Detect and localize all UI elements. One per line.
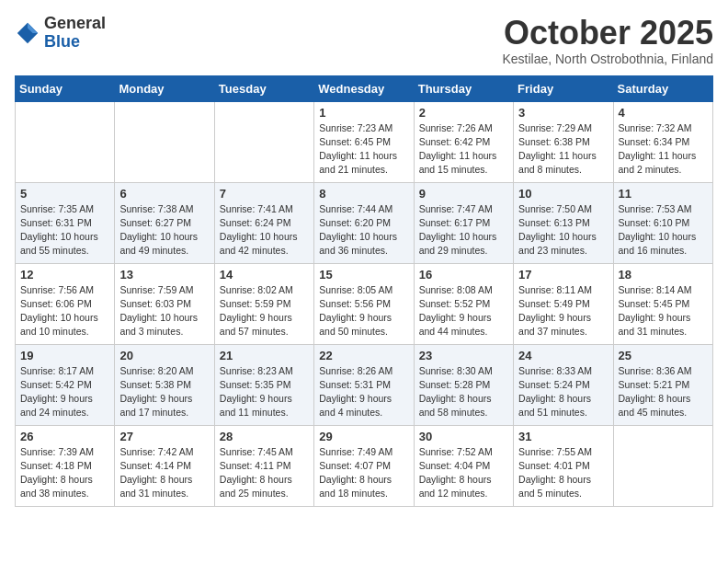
weekday-header: Monday: [115, 75, 214, 101]
calendar-cell: 5Sunrise: 7:35 AM Sunset: 6:31 PM Daylig…: [16, 182, 115, 263]
calendar-cell: 16Sunrise: 8:08 AM Sunset: 5:52 PM Dayli…: [414, 263, 513, 344]
day-number: 6: [119, 187, 209, 201]
day-number: 28: [220, 430, 309, 443]
day-info: Sunrise: 7:55 AM Sunset: 4:01 PM Dayligh…: [518, 445, 608, 501]
calendar-cell: 24Sunrise: 8:33 AM Sunset: 5:24 PM Dayli…: [514, 344, 613, 425]
day-number: 22: [319, 349, 408, 362]
day-number: 16: [419, 268, 508, 282]
title-block: October 2025 Kestilae, North Ostrobothni…: [502, 15, 713, 66]
day-info: Sunrise: 7:41 AM Sunset: 6:24 PM Dayligh…: [220, 202, 309, 259]
logo-general: General: [44, 15, 106, 33]
month-title: October 2025: [502, 15, 713, 52]
day-number: 7: [220, 187, 309, 201]
calendar-week-row: 12Sunrise: 7:56 AM Sunset: 6:06 PM Dayli…: [16, 263, 713, 344]
day-info: Sunrise: 7:53 AM Sunset: 6:10 PM Dayligh…: [619, 202, 708, 259]
calendar-cell: 20Sunrise: 8:20 AM Sunset: 5:38 PM Dayli…: [115, 344, 214, 425]
logo: General Blue: [15, 15, 106, 52]
calendar-cell: 22Sunrise: 8:26 AM Sunset: 5:31 PM Dayli…: [314, 344, 414, 425]
weekday-header: Saturday: [613, 75, 712, 101]
day-info: Sunrise: 7:35 AM Sunset: 6:31 PM Dayligh…: [20, 202, 109, 259]
calendar-cell: 23Sunrise: 8:30 AM Sunset: 5:28 PM Dayli…: [414, 344, 513, 425]
weekday-header: Wednesday: [314, 75, 414, 101]
calendar-cell: 25Sunrise: 8:36 AM Sunset: 5:21 PM Dayli…: [613, 344, 712, 425]
day-number: 3: [518, 106, 608, 120]
day-number: 20: [119, 349, 209, 362]
day-info: Sunrise: 8:17 AM Sunset: 5:42 PM Dayligh…: [20, 364, 109, 420]
calendar-cell: 10Sunrise: 7:50 AM Sunset: 6:13 PM Dayli…: [514, 182, 613, 263]
day-number: 27: [119, 430, 209, 443]
day-info: Sunrise: 7:50 AM Sunset: 6:13 PM Dayligh…: [518, 202, 608, 259]
day-info: Sunrise: 8:02 AM Sunset: 5:59 PM Dayligh…: [220, 283, 309, 339]
day-info: Sunrise: 8:14 AM Sunset: 5:45 PM Dayligh…: [619, 283, 708, 339]
calendar-cell: 4Sunrise: 7:32 AM Sunset: 6:34 PM Daylig…: [613, 101, 712, 182]
day-number: 19: [20, 349, 109, 362]
calendar-cell: 26Sunrise: 7:39 AM Sunset: 4:18 PM Dayli…: [16, 425, 115, 506]
day-number: 31: [518, 430, 608, 443]
day-info: Sunrise: 7:47 AM Sunset: 6:17 PM Dayligh…: [419, 202, 508, 259]
day-number: 29: [319, 430, 408, 443]
calendar-cell: 29Sunrise: 7:49 AM Sunset: 4:07 PM Dayli…: [314, 425, 414, 506]
day-info: Sunrise: 7:26 AM Sunset: 6:42 PM Dayligh…: [419, 121, 508, 178]
day-info: Sunrise: 8:26 AM Sunset: 5:31 PM Dayligh…: [319, 364, 408, 420]
calendar-cell: 27Sunrise: 7:42 AM Sunset: 4:14 PM Dayli…: [115, 425, 214, 506]
day-number: 15: [319, 268, 408, 282]
calendar-cell: 8Sunrise: 7:44 AM Sunset: 6:20 PM Daylig…: [314, 182, 414, 263]
calendar-cell: 11Sunrise: 7:53 AM Sunset: 6:10 PM Dayli…: [613, 182, 712, 263]
calendar-cell: 9Sunrise: 7:47 AM Sunset: 6:17 PM Daylig…: [414, 182, 513, 263]
day-info: Sunrise: 7:38 AM Sunset: 6:27 PM Dayligh…: [119, 202, 209, 259]
calendar-table: SundayMondayTuesdayWednesdayThursdayFrid…: [15, 75, 713, 507]
weekday-header: Tuesday: [214, 75, 313, 101]
day-info: Sunrise: 7:32 AM Sunset: 6:34 PM Dayligh…: [619, 121, 708, 178]
calendar-cell: 28Sunrise: 7:45 AM Sunset: 4:11 PM Dayli…: [214, 425, 313, 506]
day-info: Sunrise: 8:05 AM Sunset: 5:56 PM Dayligh…: [319, 283, 408, 339]
calendar-cell: 17Sunrise: 8:11 AM Sunset: 5:49 PM Dayli…: [514, 263, 613, 344]
calendar-cell: [16, 101, 115, 182]
calendar-cell: 31Sunrise: 7:55 AM Sunset: 4:01 PM Dayli…: [514, 425, 613, 506]
day-info: Sunrise: 8:36 AM Sunset: 5:21 PM Dayligh…: [619, 364, 708, 420]
day-number: 8: [319, 187, 408, 201]
day-info: Sunrise: 7:29 AM Sunset: 6:38 PM Dayligh…: [518, 121, 608, 178]
calendar-cell: 2Sunrise: 7:26 AM Sunset: 6:42 PM Daylig…: [414, 101, 513, 182]
calendar-cell: 30Sunrise: 7:52 AM Sunset: 4:04 PM Dayli…: [414, 425, 513, 506]
logo-icon: [15, 20, 40, 46]
day-number: 5: [20, 187, 109, 201]
calendar-week-row: 19Sunrise: 8:17 AM Sunset: 5:42 PM Dayli…: [16, 344, 713, 425]
day-number: 17: [518, 268, 608, 282]
day-number: 12: [20, 268, 109, 282]
calendar-cell: [613, 425, 712, 506]
day-number: 21: [220, 349, 309, 362]
day-info: Sunrise: 7:52 AM Sunset: 4:04 PM Dayligh…: [419, 445, 508, 501]
day-info: Sunrise: 7:23 AM Sunset: 6:45 PM Dayligh…: [319, 121, 408, 178]
day-number: 9: [419, 187, 508, 201]
day-info: Sunrise: 8:30 AM Sunset: 5:28 PM Dayligh…: [419, 364, 508, 420]
calendar-week-row: 26Sunrise: 7:39 AM Sunset: 4:18 PM Dayli…: [16, 425, 713, 506]
calendar-cell: 12Sunrise: 7:56 AM Sunset: 6:06 PM Dayli…: [16, 263, 115, 344]
calendar-cell: 13Sunrise: 7:59 AM Sunset: 6:03 PM Dayli…: [115, 263, 214, 344]
day-info: Sunrise: 7:45 AM Sunset: 4:11 PM Dayligh…: [220, 445, 309, 501]
calendar-cell: 6Sunrise: 7:38 AM Sunset: 6:27 PM Daylig…: [115, 182, 214, 263]
calendar-week-row: 1Sunrise: 7:23 AM Sunset: 6:45 PM Daylig…: [16, 101, 713, 182]
day-number: 10: [518, 187, 608, 201]
logo-blue: Blue: [44, 33, 106, 52]
day-number: 1: [319, 106, 408, 120]
day-info: Sunrise: 7:59 AM Sunset: 6:03 PM Dayligh…: [119, 283, 209, 339]
calendar-cell: 3Sunrise: 7:29 AM Sunset: 6:38 PM Daylig…: [514, 101, 613, 182]
day-info: Sunrise: 8:11 AM Sunset: 5:49 PM Dayligh…: [518, 283, 608, 339]
day-number: 13: [119, 268, 209, 282]
calendar-cell: [115, 101, 214, 182]
day-info: Sunrise: 7:42 AM Sunset: 4:14 PM Dayligh…: [119, 445, 209, 501]
day-number: 14: [220, 268, 309, 282]
day-info: Sunrise: 7:49 AM Sunset: 4:07 PM Dayligh…: [319, 445, 408, 501]
day-number: 30: [419, 430, 508, 443]
weekday-header: Sunday: [16, 75, 115, 101]
calendar-cell: 14Sunrise: 8:02 AM Sunset: 5:59 PM Dayli…: [214, 263, 313, 344]
day-number: 25: [619, 349, 708, 362]
day-info: Sunrise: 8:33 AM Sunset: 5:24 PM Dayligh…: [518, 364, 608, 420]
day-number: 26: [20, 430, 109, 443]
calendar-cell: 7Sunrise: 7:41 AM Sunset: 6:24 PM Daylig…: [214, 182, 313, 263]
calendar-cell: 21Sunrise: 8:23 AM Sunset: 5:35 PM Dayli…: [214, 344, 313, 425]
day-info: Sunrise: 8:20 AM Sunset: 5:38 PM Dayligh…: [119, 364, 209, 420]
day-info: Sunrise: 7:56 AM Sunset: 6:06 PM Dayligh…: [20, 283, 109, 339]
day-info: Sunrise: 7:39 AM Sunset: 4:18 PM Dayligh…: [20, 445, 109, 501]
day-number: 24: [518, 349, 608, 362]
